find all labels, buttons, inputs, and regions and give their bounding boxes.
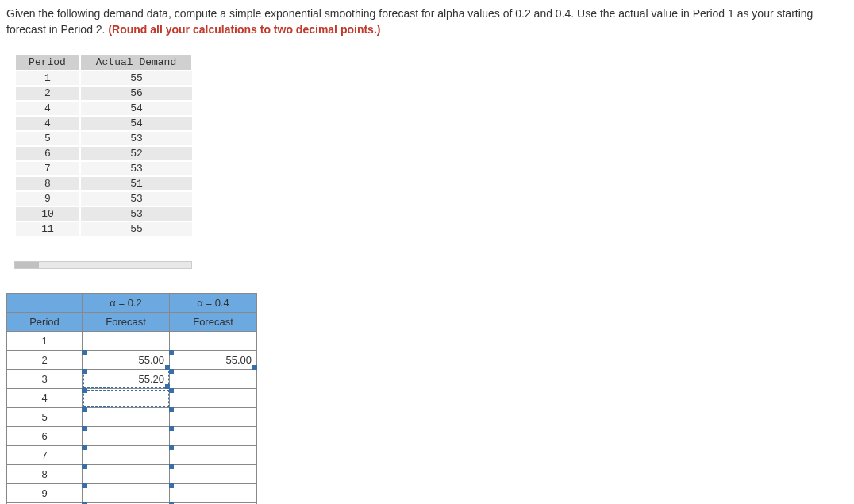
cell-corner-icon bbox=[82, 464, 87, 469]
horizontal-scrollbar[interactable] bbox=[14, 261, 192, 269]
forecast-row: 7 bbox=[7, 446, 257, 465]
forecast-cell-alpha04[interactable] bbox=[170, 427, 257, 446]
forecast-cell-alpha02[interactable] bbox=[83, 465, 170, 484]
forecast-cell-period: 8 bbox=[7, 465, 83, 484]
data-row: 953 bbox=[16, 192, 192, 206]
data-cell-demand: 53 bbox=[81, 132, 192, 145]
data-cell-demand: 55 bbox=[81, 71, 192, 85]
cell-corner-icon bbox=[82, 350, 87, 355]
data-row: 454 bbox=[16, 102, 192, 115]
forecast-header-alpha02: α = 0.2 bbox=[83, 294, 170, 313]
data-cell-period: 1 bbox=[16, 71, 79, 85]
data-cell-period: 4 bbox=[16, 102, 79, 115]
data-row: 851 bbox=[16, 177, 192, 190]
data-cell-demand: 54 bbox=[81, 117, 192, 130]
forecast-cell-alpha04[interactable] bbox=[170, 484, 257, 503]
cell-corner-icon bbox=[169, 407, 174, 412]
data-cell-period: 5 bbox=[16, 132, 79, 145]
cell-corner-icon bbox=[169, 350, 174, 355]
data-row: 652 bbox=[16, 147, 192, 160]
data-row: 155 bbox=[16, 71, 192, 85]
forecast-cell-alpha02[interactable] bbox=[83, 427, 170, 446]
forecast-cell-alpha04[interactable] bbox=[170, 408, 257, 427]
data-cell-period: 6 bbox=[16, 147, 79, 160]
forecast-cell-period: 3 bbox=[7, 370, 83, 389]
forecast-cell-period: 5 bbox=[7, 408, 83, 427]
cell-corner-icon bbox=[82, 426, 87, 431]
forecast-cell-alpha04[interactable]: 55.00 bbox=[170, 351, 257, 370]
forecast-cell-alpha04[interactable] bbox=[170, 389, 257, 408]
forecast-cell-alpha02[interactable]: 55.20 bbox=[83, 370, 170, 389]
cell-corner-icon bbox=[169, 483, 174, 488]
forecast-header-blank bbox=[7, 294, 83, 313]
data-row: 1053 bbox=[16, 207, 192, 221]
cell-corner-icon bbox=[169, 445, 174, 450]
forecast-row: 355.20 bbox=[7, 370, 257, 389]
forecast-cell-period: 4 bbox=[7, 389, 83, 408]
forecast-cell-alpha02[interactable] bbox=[83, 484, 170, 503]
data-cell-demand: 54 bbox=[81, 102, 192, 115]
forecast-cell-period: 1 bbox=[7, 332, 83, 351]
forecast-header-alpha04: α = 0.4 bbox=[170, 294, 257, 313]
data-cell-demand: 53 bbox=[81, 162, 192, 175]
data-row: 1155 bbox=[16, 222, 192, 236]
data-cell-demand: 51 bbox=[81, 177, 192, 190]
forecast-cell-alpha04[interactable] bbox=[170, 370, 257, 389]
data-cell-demand: 55 bbox=[81, 222, 192, 236]
forecast-row: 255.0055.00 bbox=[7, 351, 257, 370]
forecast-row: 8 bbox=[7, 465, 257, 484]
data-cell-demand: 53 bbox=[81, 192, 192, 206]
forecast-row: 1 bbox=[7, 332, 257, 351]
cell-corner-icon bbox=[82, 407, 87, 412]
cell-corner-icon bbox=[169, 388, 174, 393]
demand-data-table: Period Actual Demand 1552564544545536527… bbox=[14, 53, 194, 237]
data-row: 454 bbox=[16, 117, 192, 130]
question-text: Given the following demand data, compute… bbox=[6, 6, 848, 37]
data-cell-demand: 52 bbox=[81, 147, 192, 160]
data-header-demand: Actual Demand bbox=[81, 55, 192, 70]
data-cell-period: 4 bbox=[16, 117, 79, 130]
data-cell-period: 10 bbox=[16, 207, 79, 221]
cell-corner-icon bbox=[82, 369, 87, 374]
forecast-cell-period: 6 bbox=[7, 427, 83, 446]
data-cell-period: 2 bbox=[16, 87, 79, 100]
data-header-period: Period bbox=[16, 55, 79, 70]
data-cell-period: 8 bbox=[16, 177, 79, 190]
forecast-cell-alpha02[interactable] bbox=[83, 389, 170, 408]
forecast-cell-alpha04[interactable] bbox=[170, 446, 257, 465]
forecast-cell-period: 7 bbox=[7, 446, 83, 465]
forecast-cell-alpha02[interactable] bbox=[83, 446, 170, 465]
cell-corner-icon bbox=[82, 483, 87, 488]
data-cell-period: 11 bbox=[16, 222, 79, 236]
cell-corner-icon bbox=[169, 426, 174, 431]
data-cell-period: 9 bbox=[16, 192, 79, 206]
forecast-cell-alpha02[interactable] bbox=[83, 332, 170, 351]
forecast-cell-alpha02[interactable] bbox=[83, 408, 170, 427]
forecast-table: α = 0.2 α = 0.4 Period Forecast Forecast… bbox=[6, 293, 257, 504]
forecast-cell-period: 2 bbox=[7, 351, 83, 370]
cell-corner-icon bbox=[169, 369, 174, 374]
forecast-cell-period: 9 bbox=[7, 484, 83, 503]
data-row: 753 bbox=[16, 162, 192, 175]
cell-corner-icon bbox=[169, 464, 174, 469]
forecast-cell-alpha04[interactable] bbox=[170, 332, 257, 351]
forecast-row: 9 bbox=[7, 484, 257, 503]
question-part2-bold: (Round all your calculations to two deci… bbox=[108, 23, 380, 36]
forecast-row: 4 bbox=[7, 389, 257, 408]
data-row: 553 bbox=[16, 132, 192, 145]
forecast-row: 5 bbox=[7, 408, 257, 427]
forecast-header-forecast1: Forecast bbox=[83, 313, 170, 332]
data-cell-demand: 56 bbox=[81, 87, 192, 100]
forecast-header-period: Period bbox=[7, 313, 83, 332]
cell-corner-icon bbox=[82, 445, 87, 450]
forecast-cell-alpha02[interactable]: 55.00 bbox=[83, 351, 170, 370]
data-row: 256 bbox=[16, 87, 192, 100]
data-cell-demand: 53 bbox=[81, 207, 192, 221]
scrollbar-thumb[interactable] bbox=[15, 262, 39, 268]
forecast-header-forecast2: Forecast bbox=[170, 313, 257, 332]
data-cell-period: 7 bbox=[16, 162, 79, 175]
cell-corner-icon bbox=[82, 388, 87, 393]
forecast-cell-alpha04[interactable] bbox=[170, 465, 257, 484]
forecast-row: 6 bbox=[7, 427, 257, 446]
